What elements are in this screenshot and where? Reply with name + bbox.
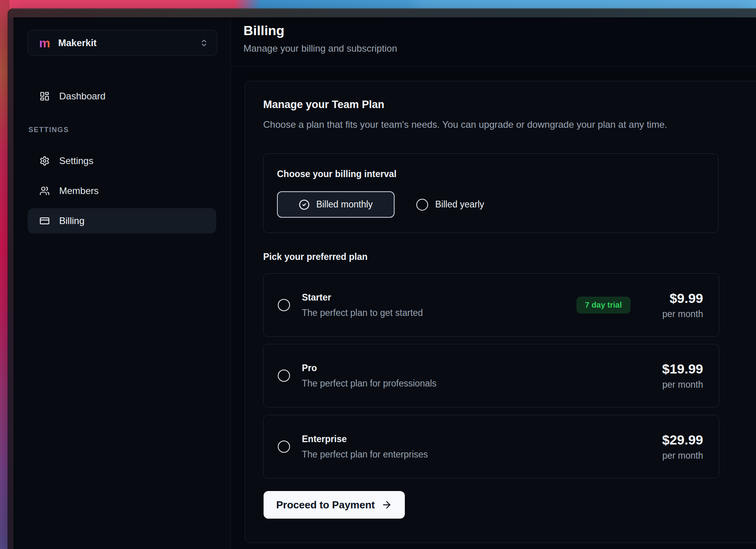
billing-interval-group: Choose your billing interval Billed mont… — [263, 153, 719, 233]
pick-plan-label: Pick your preferred plan — [263, 252, 368, 262]
plan-period: per month — [652, 309, 703, 319]
sidebar-section-settings-label: SETTINGS — [28, 126, 69, 134]
card-title: Manage your Team Plan — [263, 99, 384, 111]
plan-name: Pro — [302, 363, 436, 373]
app-window: m Makerkit Dashboard SETTINGS Settings M… — [8, 9, 756, 549]
page-title: Billing — [243, 23, 756, 38]
trial-badge: 7 day trial — [576, 297, 631, 314]
plan-radio[interactable] — [278, 299, 290, 311]
sidebar-item-settings[interactable]: Settings — [28, 148, 216, 174]
workspace-selector[interactable]: m Makerkit — [28, 30, 217, 56]
window-left-frame — [8, 17, 13, 549]
plan-period: per month — [652, 450, 703, 461]
billing-interval-label: Choose your billing interval — [277, 169, 397, 179]
window-titlebar[interactable] — [8, 9, 756, 17]
sidebar: m Makerkit Dashboard SETTINGS Settings M… — [13, 17, 231, 549]
plan-description: The perfect plan for enterprises — [302, 449, 428, 460]
arrow-right-icon — [381, 499, 392, 510]
screenshot-root: m Makerkit Dashboard SETTINGS Settings M… — [0, 0, 756, 549]
plan-row-starter[interactable]: Starter The perfect plan to get started … — [263, 273, 719, 337]
main-content: Billing Manage your billing and subscrip… — [231, 17, 756, 549]
plan-radio[interactable] — [278, 370, 290, 382]
plan-description: The perfect plan for professionals — [302, 378, 436, 389]
workspace-name: Makerkit — [58, 37, 192, 49]
billed-monthly-option[interactable]: Billed monthly — [277, 191, 395, 218]
makerkit-logo-icon: m — [39, 37, 50, 49]
sidebar-item-billing[interactable]: Billing — [28, 208, 216, 233]
sidebar-item-members[interactable]: Members — [28, 178, 216, 204]
window-body: m Makerkit Dashboard SETTINGS Settings M… — [8, 17, 756, 549]
credit-card-icon — [39, 216, 50, 226]
plan-description: The perfect plan to get started — [302, 308, 423, 318]
billed-yearly-label: Billed yearly — [435, 199, 484, 210]
circle-check-icon — [299, 199, 310, 210]
team-plan-card: Manage your Team Plan Choose a plan that… — [245, 81, 756, 543]
plan-name: Enterprise — [302, 434, 428, 444]
plan-name: Starter — [302, 292, 423, 303]
plan-row-pro[interactable]: Pro The perfect plan for professionals $… — [263, 344, 719, 407]
proceed-to-payment-label: Proceed to Payment — [276, 499, 375, 511]
radio-circle-icon — [416, 199, 428, 211]
plan-price: $19.99 — [652, 361, 703, 377]
page-header: Billing Manage your billing and subscrip… — [231, 17, 756, 66]
layout-dashboard-icon — [39, 91, 50, 101]
billed-yearly-option[interactable]: Billed yearly — [416, 191, 484, 218]
gear-icon — [39, 156, 50, 166]
sidebar-item-label: Billing — [59, 215, 84, 226]
page-subtitle: Manage your billing and subscription — [243, 43, 756, 54]
plan-price: $29.99 — [652, 432, 703, 448]
sidebar-item-dashboard[interactable]: Dashboard — [28, 84, 216, 109]
card-description: Choose a plan that fits your team's need… — [263, 119, 756, 130]
sidebar-item-label: Members — [59, 185, 99, 196]
plan-row-enterprise[interactable]: Enterprise The perfect plan for enterpri… — [263, 415, 719, 478]
sidebar-item-label: Dashboard — [59, 91, 105, 102]
chevrons-up-down-icon — [200, 39, 208, 47]
proceed-to-payment-button[interactable]: Proceed to Payment — [264, 491, 405, 519]
plan-price: $9.99 — [652, 291, 703, 306]
sidebar-item-label: Settings — [59, 155, 94, 166]
plan-radio[interactable] — [278, 441, 290, 453]
billed-monthly-label: Billed monthly — [316, 199, 372, 210]
users-icon — [39, 186, 50, 196]
plan-period: per month — [652, 379, 703, 390]
